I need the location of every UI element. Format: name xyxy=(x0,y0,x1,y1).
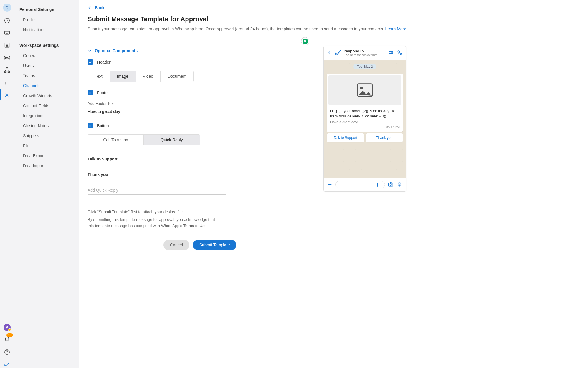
message-button-1: Talk to Support xyxy=(327,133,364,142)
sidebar-item-data-import[interactable]: Data Import xyxy=(14,161,79,171)
submit-template-button[interactable]: Submit Template xyxy=(193,240,236,250)
help-icon[interactable] xyxy=(4,349,11,356)
chevron-down-icon xyxy=(88,49,92,53)
contacts-icon[interactable] xyxy=(4,42,11,49)
phone-header: respond.io Tap here for contact info xyxy=(324,46,406,60)
message-card: Hi {{1}}, your order {{2}} is on its way… xyxy=(327,74,403,132)
header-type-segmented: Text Image Video Document xyxy=(88,71,194,82)
footer-text-label: Add Footer Text xyxy=(88,101,312,106)
phone-contact-logo xyxy=(335,49,341,57)
sidebar-item-data-export[interactable]: Data Export xyxy=(14,151,79,161)
sidebar-item-general[interactable]: General xyxy=(14,51,79,61)
cancel-button[interactable]: Cancel xyxy=(163,240,189,250)
reports-icon[interactable] xyxy=(4,79,11,86)
header-type-image[interactable]: Image xyxy=(110,71,136,82)
sidebar-item-channels[interactable]: Channels xyxy=(14,81,79,91)
svg-rect-15 xyxy=(399,182,400,185)
header-checkbox[interactable] xyxy=(88,59,93,65)
message-footer-text: Have a great day! xyxy=(328,120,401,125)
workspace-avatar[interactable]: C xyxy=(3,4,11,12)
phone-date-chip: Tue, May 2 xyxy=(353,64,377,69)
personal-settings-title: Personal Settings xyxy=(14,5,79,15)
preview-column: respond.io Tap here for contact info Tue… xyxy=(320,37,415,368)
header-type-text[interactable]: Text xyxy=(88,71,110,82)
notifications-icon[interactable]: 10 xyxy=(4,336,11,343)
brand-logo-icon xyxy=(4,361,11,368)
phone-chat-body: Tue, May 2 Hi {{1}}, your order {{2}} is… xyxy=(324,60,406,178)
section-divider: G xyxy=(88,42,312,42)
broadcast-icon[interactable] xyxy=(4,54,11,61)
phone-text-input xyxy=(335,181,385,188)
sidebar-item-users[interactable]: Users xyxy=(14,61,79,71)
terms-helper: By submitting this template message for … xyxy=(88,216,217,229)
user-avatar[interactable]: P xyxy=(4,324,11,331)
sidebar-item-notifications[interactable]: Notifications xyxy=(14,25,79,35)
settings-icon[interactable] xyxy=(4,91,11,98)
button-checkbox[interactable] xyxy=(88,123,93,128)
phone-video-icon xyxy=(388,50,394,56)
footer-text-input[interactable] xyxy=(88,107,226,116)
footer-checkbox-label: Footer xyxy=(97,90,109,95)
phone-contact-sub: Tap here for contact info xyxy=(344,53,377,57)
icon-rail: C P 10 xyxy=(0,0,14,368)
svg-rect-6 xyxy=(4,71,6,73)
notification-badge: 10 xyxy=(6,333,13,337)
message-body-text: Hi {{1}}, your order {{2}} is on its way… xyxy=(328,107,401,120)
button-checkbox-label: Button xyxy=(97,123,109,128)
sidebar-item-profile[interactable]: Profile xyxy=(14,15,79,25)
settings-sidebar: Personal Settings Profile Notifications … xyxy=(14,0,79,368)
svg-point-8 xyxy=(6,94,8,96)
phone-preview: respond.io Tap here for contact info Tue… xyxy=(323,46,406,192)
button-type-cta[interactable]: Call To Action xyxy=(88,135,144,145)
optional-components-toggle[interactable]: Optional Components xyxy=(88,48,312,53)
svg-rect-2 xyxy=(5,43,9,48)
phone-contact-name: respond.io xyxy=(344,49,377,53)
sidebar-item-integrations[interactable]: Integrations xyxy=(14,111,79,121)
message-button-2: Thank you xyxy=(366,133,403,142)
sidebar-item-growth-widgets[interactable]: Growth Widgets xyxy=(14,91,79,101)
page-title: Submit Message Template for Approval xyxy=(88,15,580,23)
message-timestamp: 05:17 PM xyxy=(328,125,401,130)
sidebar-item-teams[interactable]: Teams xyxy=(14,71,79,81)
header-type-video[interactable]: Video xyxy=(136,71,161,82)
quick-reply-2-input[interactable] xyxy=(88,170,226,179)
svg-rect-7 xyxy=(8,71,9,73)
sidebar-item-files[interactable]: Files xyxy=(14,141,79,151)
header-type-document[interactable]: Document xyxy=(161,71,193,82)
workspace-settings-title: Workspace Settings xyxy=(14,41,79,51)
svg-rect-5 xyxy=(6,68,8,69)
message-image-placeholder xyxy=(328,75,401,105)
messages-icon[interactable] xyxy=(4,29,11,37)
back-label: Back xyxy=(95,5,104,10)
sidebar-item-closing-notes[interactable]: Closing Notes xyxy=(14,121,79,131)
footer-checkbox[interactable] xyxy=(88,90,93,95)
button-type-quick-reply[interactable]: Quick Reply xyxy=(144,135,200,145)
attach-file-helper: Click "Submit Template" first to attach … xyxy=(88,209,217,215)
phone-call-icon xyxy=(397,50,402,56)
phone-plus-icon xyxy=(327,182,333,188)
phone-mic-icon xyxy=(397,181,402,188)
button-type-segmented: Call To Action Quick Reply xyxy=(88,134,200,145)
chevron-left-icon xyxy=(88,6,92,10)
svg-rect-10 xyxy=(389,51,392,54)
grammarly-badge[interactable]: G xyxy=(301,37,309,45)
learn-more-link[interactable]: Learn More xyxy=(385,26,406,31)
header-checkbox-label: Header xyxy=(97,60,111,64)
dashboard-icon[interactable] xyxy=(4,17,11,24)
svg-point-12 xyxy=(360,87,363,89)
back-button[interactable]: Back xyxy=(88,5,104,10)
page-header: Back Submit Message Template for Approva… xyxy=(79,0,588,37)
page-description: Submit your message templates for approv… xyxy=(88,26,580,31)
quick-reply-1-input[interactable] xyxy=(88,155,226,163)
phone-input-row xyxy=(324,178,406,191)
sidebar-item-snippets[interactable]: Snippets xyxy=(14,131,79,141)
quick-reply-add-input[interactable] xyxy=(88,186,226,195)
svg-point-4 xyxy=(6,57,8,58)
phone-back-icon xyxy=(327,50,332,56)
svg-rect-1 xyxy=(4,31,9,34)
sidebar-item-contact-fields[interactable]: Contact Fields xyxy=(14,101,79,111)
svg-point-3 xyxy=(6,44,8,46)
workflows-icon[interactable] xyxy=(4,67,11,74)
phone-camera-icon xyxy=(388,181,394,188)
form-column: G Optional Components Header Text Image … xyxy=(79,37,320,368)
